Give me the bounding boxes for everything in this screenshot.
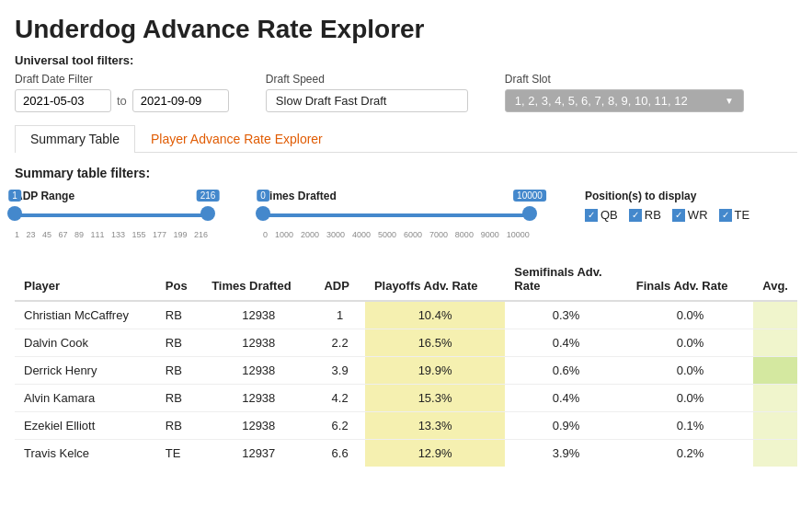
position-qb[interactable]: QB [585, 208, 618, 222]
table-row: Travis Kelce TE 12937 6.6 12.9% 3.9% 0.2… [15, 440, 797, 467]
summary-filters-row: ADP Range 1 216 1 23 45 67 89 111 133 15… [15, 190, 797, 239]
cell-finals: 0.0% [627, 357, 754, 385]
draft-slot-value: 1, 2, 3, 4, 5, 6, 7, 8, 9, 10, 11, 12 [515, 94, 688, 108]
rb-checkbox[interactable] [629, 209, 642, 222]
top-filters: Draft Date Filter to Draft Speed Slow Dr… [15, 73, 797, 112]
cell-player: Derrick Henry [15, 357, 156, 385]
cell-adp: 6.2 [315, 412, 364, 440]
cell-semifinals: 0.9% [505, 412, 627, 440]
draft-speed-label: Draft Speed [266, 73, 468, 86]
adp-thumb-min[interactable]: 1 [7, 206, 22, 221]
col-avg: Avg. [753, 258, 797, 301]
cell-player: Christian McCaffrey [15, 301, 156, 329]
draft-speed-input[interactable]: Slow Draft Fast Draft [266, 89, 468, 112]
cell-playoffs: 19.9% [365, 357, 505, 385]
cell-player: Dalvin Cook [15, 329, 156, 357]
cell-avg [753, 412, 797, 440]
date-from-input[interactable] [15, 89, 111, 112]
qb-checkbox[interactable] [585, 209, 598, 222]
times-drafted-thumb-max[interactable]: 10000 [522, 206, 537, 221]
date-filter-label: Draft Date Filter [15, 73, 229, 86]
draft-slot-dropdown[interactable]: 1, 2, 3, 4, 5, 6, 7, 8, 9, 10, 11, 12 ▼ [505, 89, 744, 112]
date-to-input[interactable] [132, 89, 229, 112]
cell-avg [753, 385, 797, 412]
cell-playoffs: 10.4% [365, 301, 505, 329]
cell-player: Alvin Kamara [15, 385, 156, 412]
page-title: Underdog Advance Rate Explorer [15, 15, 797, 44]
times-drafted-thumb-min[interactable]: 0 [256, 206, 270, 221]
times-drafted-min-label: 0 [257, 190, 269, 202]
cell-playoffs: 16.5% [365, 329, 505, 357]
cell-times-drafted: 12938 [202, 385, 315, 412]
cell-semifinals: 0.4% [505, 385, 627, 412]
cell-semifinals: 0.3% [505, 301, 627, 329]
cell-times-drafted: 12938 [202, 329, 315, 357]
cell-avg [753, 440, 797, 467]
cell-adp: 3.9 [315, 357, 364, 385]
adp-fill [15, 213, 208, 217]
cell-avg [753, 329, 797, 357]
qb-label: QB [600, 208, 618, 222]
tab-explorer[interactable]: Player Advance Rate Explorer [135, 125, 338, 152]
table-row: Dalvin Cook RB 12938 2.2 16.5% 0.4% 0.0% [15, 329, 797, 357]
adp-min-label: 1 [8, 190, 21, 202]
cell-finals: 0.0% [627, 329, 754, 357]
cell-semifinals: 0.4% [505, 329, 627, 357]
cell-times-drafted: 12938 [202, 301, 315, 329]
cell-avg [753, 301, 797, 329]
col-times-drafted: Times Drafted [202, 258, 315, 301]
chevron-down-icon: ▼ [725, 96, 734, 106]
cell-adp: 1 [315, 301, 364, 329]
universal-filters-label: Universal tool filters: [15, 53, 797, 67]
wr-label: WR [688, 208, 708, 222]
summary-filters-label: Summary table filters: [15, 166, 797, 180]
cell-times-drafted: 12938 [202, 357, 315, 385]
cell-finals: 0.0% [627, 301, 754, 329]
tab-bar: Summary Table Player Advance Rate Explor… [15, 125, 797, 153]
table-row: Ezekiel Elliott RB 12938 6.2 13.3% 0.9% … [15, 412, 797, 440]
cell-pos: RB [156, 329, 202, 357]
cell-pos: RB [156, 385, 202, 412]
summary-table: Player Pos Times Drafted ADP Playoffs Ad… [15, 258, 797, 467]
te-checkbox[interactable] [719, 209, 732, 222]
times-drafted-title: Times Drafted [263, 190, 530, 202]
cell-playoffs: 13.3% [365, 412, 505, 440]
cell-pos: RB [156, 412, 202, 440]
cell-pos: TE [156, 440, 202, 467]
col-playoffs: Playoffs Adv. Rate [365, 258, 505, 301]
times-drafted-fill [263, 213, 530, 217]
cell-finals: 0.0% [627, 385, 754, 412]
adp-slider[interactable]: 1 216 [15, 206, 208, 225]
cell-pos: RB [156, 357, 202, 385]
times-drafted-max-label: 10000 [513, 190, 546, 202]
times-drafted-ticks: 0 1000 2000 3000 4000 5000 6000 7000 800… [263, 230, 530, 239]
date-row: to [15, 89, 229, 112]
table-header-row: Player Pos Times Drafted ADP Playoffs Ad… [15, 258, 797, 301]
date-filter-group: Draft Date Filter to [15, 73, 229, 112]
times-drafted-slider[interactable]: 0 10000 [263, 206, 530, 225]
col-semifinals: Semifinals Adv.Rate [505, 258, 627, 301]
position-rb[interactable]: RB [629, 208, 661, 222]
table-row: Alvin Kamara RB 12938 4.2 15.3% 0.4% 0.0… [15, 385, 797, 412]
cell-playoffs: 15.3% [365, 385, 505, 412]
cell-times-drafted: 12938 [202, 412, 315, 440]
adp-ticks: 1 23 45 67 89 111 133 155 177 199 216 [15, 230, 208, 239]
cell-pos: RB [156, 301, 202, 329]
positions-label: Position(s) to display [585, 190, 749, 202]
wr-checkbox[interactable] [672, 209, 685, 222]
adp-thumb-max[interactable]: 216 [200, 206, 215, 221]
adp-max-label: 216 [197, 190, 220, 202]
cell-times-drafted: 12937 [202, 440, 315, 467]
adp-range-title: ADP Range [15, 190, 208, 202]
rb-label: RB [645, 208, 661, 222]
draft-slot-group: Draft Slot 1, 2, 3, 4, 5, 6, 7, 8, 9, 10… [505, 73, 744, 112]
position-wr[interactable]: WR [672, 208, 708, 222]
times-drafted-group: Times Drafted 0 10000 0 1000 2000 3000 4… [263, 190, 530, 239]
date-separator: to [117, 94, 127, 108]
adp-range-group: ADP Range 1 216 1 23 45 67 89 111 133 15… [15, 190, 208, 239]
tab-summary[interactable]: Summary Table [15, 125, 135, 153]
table-row: Derrick Henry RB 12938 3.9 19.9% 0.6% 0.… [15, 357, 797, 385]
position-te[interactable]: TE [719, 208, 750, 222]
cell-adp: 6.6 [315, 440, 364, 467]
cell-playoffs: 12.9% [365, 440, 505, 467]
